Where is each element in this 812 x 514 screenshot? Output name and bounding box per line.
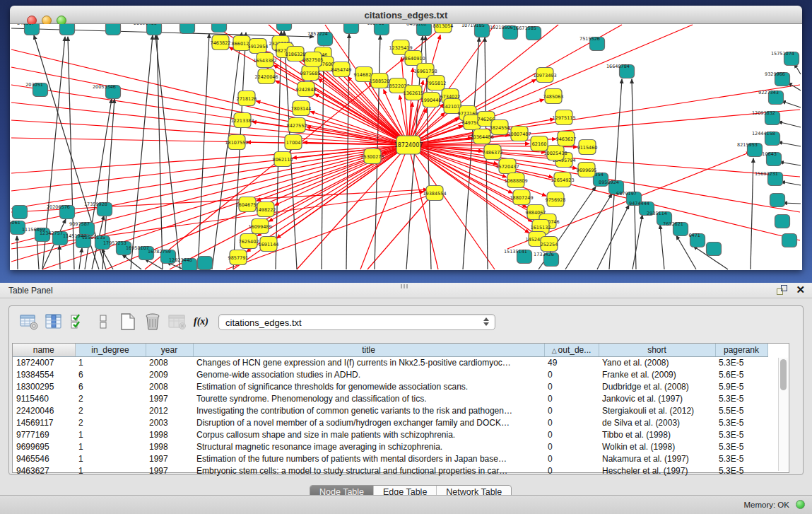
cell-title: Disruption of a novel member of a sodium…	[193, 416, 544, 428]
column-header-short[interactable]: short	[599, 344, 715, 356]
graph-node-label: 12975115	[552, 115, 575, 121]
graph-node-label: 1362615	[404, 90, 424, 96]
graph-node-label: 9875685	[300, 71, 321, 76]
graph-node-label: 15135141	[504, 249, 527, 255]
graph-node-label: 16175061	[10, 220, 20, 226]
graph-node-label: 2935114	[647, 211, 667, 216]
cell-out_degree: 0	[544, 465, 599, 477]
graph-node-label: 10719185	[461, 24, 485, 28]
graph-node-label: 12923448	[169, 257, 192, 263]
graph-node[interactable]	[60, 24, 75, 35]
window-titlebar[interactable]: citations_edges.txt	[10, 6, 802, 24]
table-row[interactable]: 1938455462009Genome-wide association stu…	[13, 368, 767, 380]
column-header-in_degree[interactable]: in_degree	[75, 344, 146, 356]
new-table-icon[interactable]	[117, 310, 139, 333]
cell-name: 9465546	[13, 452, 75, 465]
column-header-year[interactable]: year	[146, 344, 193, 356]
graph-node-label: 16671585	[513, 25, 536, 31]
graph-node[interactable]	[770, 194, 785, 207]
cell-in_degree: 1	[75, 465, 146, 477]
cell-pagerank: 5.3E-5	[715, 428, 767, 440]
table-row[interactable]: 977716911998Corpus callosum shape and si…	[13, 428, 767, 440]
network-canvas[interactable]: 2405572069140616053809785722410653287152…	[10, 24, 802, 270]
splitter-grip[interactable]	[401, 284, 409, 288]
table-row[interactable]: 1872400712008Changes of HCN gene express…	[13, 356, 767, 368]
column-header-out_degree[interactable]: △out_de...	[544, 344, 599, 356]
scrollbar-thumb[interactable]	[780, 359, 787, 390]
graph-node[interactable]	[782, 234, 797, 247]
table-row[interactable]: 911546021997Tourette syndrome. Phenomeno…	[13, 392, 767, 404]
graph-node-label: 7485063	[543, 94, 564, 100]
graph-node-label: 18640910	[401, 56, 425, 62]
cell-pagerank: 5.3E-5	[715, 356, 767, 368]
table-row[interactable]: 1830029562008Estimation of significance …	[13, 380, 767, 392]
table-options-icon[interactable]	[18, 310, 40, 333]
graph-node-label: 62160	[532, 141, 547, 147]
row-checks-icon[interactable]	[67, 310, 90, 333]
node-table-header: namein_degreeyeartitle△out_de...shortpag…	[13, 344, 767, 356]
citation-network-graph[interactable]: 2405572069140616053809785722410653287152…	[10, 24, 802, 270]
graph-node-label: 6879197	[616, 191, 637, 197]
table-row[interactable]: 946362711997Embryonic stem cells: a mode…	[13, 465, 767, 477]
matrix-icon[interactable]	[92, 310, 114, 333]
cell-year: 1997	[146, 452, 193, 465]
cell-in_degree: 6	[75, 368, 146, 380]
cell-short: Stergiakouli et al. (2012)	[599, 404, 715, 416]
table-row[interactable]: 1456911722003Disruption of a novel membe…	[13, 416, 767, 428]
node-table-grid: namein_degreeyeartitle△out_de...shortpag…	[13, 344, 768, 477]
graph-node[interactable]	[180, 24, 195, 34]
column-header-title[interactable]: title	[193, 344, 544, 356]
column-visibility-icon[interactable]	[42, 310, 65, 333]
table-row[interactable]: 946554611997Estimation of the future num…	[13, 452, 767, 465]
graph-node[interactable]	[13, 206, 28, 219]
graph-node[interactable]	[212, 24, 227, 33]
graph-node[interactable]	[198, 257, 213, 270]
graph-node-label: 12342757	[40, 230, 63, 236]
graph-node-label: 19384554	[423, 191, 446, 197]
sort-ascending-icon: △	[552, 347, 557, 354]
graph-node[interactable]	[106, 24, 121, 35]
graph-node-10653287[interactable]	[344, 24, 359, 34]
cell-title: Structural magnetic resonance image aver…	[193, 440, 544, 452]
column-header-name[interactable]: name	[13, 344, 75, 356]
graph-node-label: 17004	[286, 140, 301, 146]
graph-node-label: 15751074	[771, 51, 794, 57]
delete-icon[interactable]	[141, 310, 164, 333]
graph-node-label: 8062110	[273, 157, 293, 163]
cell-short: Hescheler et al. (1997)	[599, 465, 715, 477]
graph-node-label: 15720437	[495, 164, 519, 170]
table-source-select[interactable]: citations_edges.txt	[218, 314, 495, 330]
graph-node[interactable]	[707, 243, 722, 256]
cell-out_degree: 0	[544, 404, 599, 416]
cell-title: Genome-wide association studies in ADHD.	[193, 368, 544, 380]
cell-title: Estimation of the future numbers of pati…	[193, 452, 544, 465]
float-panel-icon[interactable]	[777, 285, 787, 295]
function-builder-icon[interactable]: f(x)	[194, 316, 208, 327]
cell-in_degree: 2	[75, 404, 146, 416]
graph-node-label: 9227343	[758, 90, 779, 95]
close-panel-icon[interactable]: ✕	[796, 285, 805, 295]
cell-title: Embryonic stem cells: a model to study s…	[193, 465, 544, 477]
table-vertical-scrollbar[interactable]	[778, 358, 788, 471]
table-row[interactable]: 2242004622012Investigating the contribut…	[13, 404, 767, 416]
cell-pagerank: 5.5E-5	[715, 404, 767, 416]
table-row[interactable]: 969969511998Structural magnetic resonanc…	[13, 440, 767, 452]
cell-short: Yano et al. (2008)	[599, 356, 715, 368]
graph-node-label: 1498222	[256, 207, 276, 213]
cell-out_degree: 0	[544, 452, 599, 465]
graph-node-label: 17957253	[103, 240, 126, 246]
graph-node-label: 25300275	[360, 154, 384, 160]
cell-title: Estimation of significance thresholds fo…	[193, 380, 544, 392]
cell-year: 2008	[146, 380, 193, 392]
cell-out_degree: 0	[544, 392, 599, 404]
graph-node-label: 10807487	[507, 132, 531, 137]
graph-node[interactable]	[775, 215, 790, 228]
graph-node-16053809[interactable]	[277, 24, 292, 31]
column-header-pagerank[interactable]: pagerank	[715, 344, 767, 356]
graph-node-label: 20691406	[134, 24, 157, 26]
cell-in_degree: 6	[75, 380, 146, 392]
graph-node-label: 10653287	[331, 24, 354, 25]
cell-year: 2003	[146, 416, 193, 428]
cell-year: 2009	[146, 368, 193, 380]
graph-node-label: 152760	[367, 24, 384, 26]
